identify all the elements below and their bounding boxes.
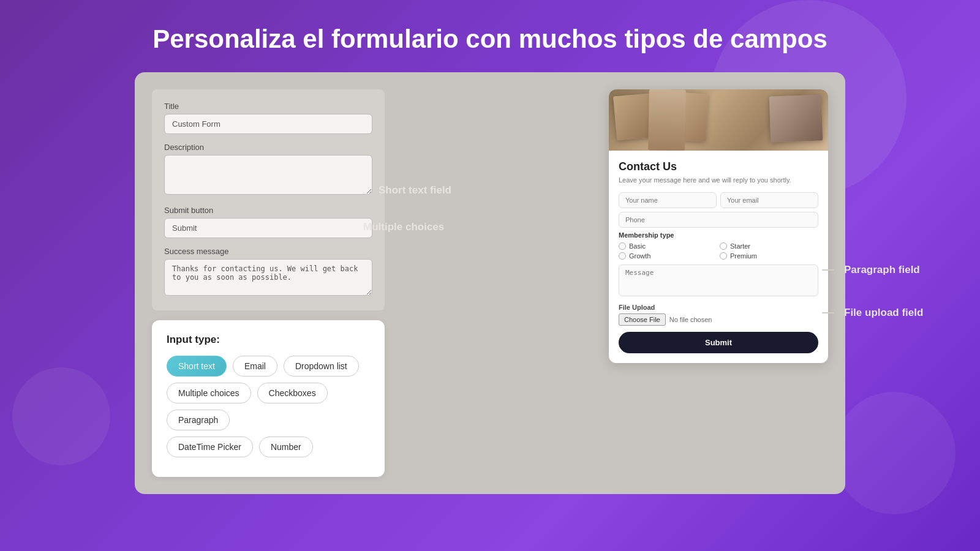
type-btn-datetime[interactable]: DateTime Picker — [167, 437, 253, 457]
radio-growth[interactable]: Growth — [619, 252, 717, 260]
left-panel: Title Description Submit button Success … — [152, 89, 385, 477]
message-textarea[interactable] — [619, 264, 818, 296]
radio-label-starter: Starter — [730, 242, 750, 250]
form-settings-panel: Title Description Submit button Success … — [152, 89, 385, 310]
input-type-box: Input type: Short text Email Dropdown li… — [152, 320, 385, 477]
annotation-short-text: Short text field — [379, 184, 451, 197]
right-panel-wrapper: Paragraph field File upload field Contac… — [609, 89, 828, 477]
radio-starter[interactable]: Starter — [720, 242, 818, 250]
contact-form-title: Contact Us — [619, 160, 818, 173]
type-buttons-row-3: DateTime Picker Number — [167, 437, 370, 457]
radio-label-growth: Growth — [629, 252, 650, 260]
line-paragraph — [822, 269, 834, 271]
type-btn-short-text[interactable]: Short text — [167, 356, 227, 377]
radio-basic[interactable]: Basic — [619, 242, 717, 250]
type-btn-email[interactable]: Email — [233, 356, 277, 377]
radio-circle-premium — [720, 252, 727, 260]
type-btn-number[interactable]: Number — [259, 437, 313, 457]
main-container: Title Description Submit button Success … — [135, 72, 845, 494]
center-area: Short text field Multiple choices — [397, 89, 597, 477]
success-message-label: Success message — [164, 247, 372, 256]
type-btn-dropdown[interactable]: Dropdown list — [284, 356, 359, 377]
annotation-file-upload-field: File upload field — [834, 307, 923, 319]
contact-form-body: Contact Us Leave your message here and w… — [609, 151, 828, 363]
no-file-text: No file chosen — [669, 316, 712, 323]
input-type-title: Input type: — [167, 334, 370, 346]
membership-label: Membership type — [619, 231, 818, 239]
radio-circle-growth — [619, 252, 626, 260]
contact-card-image — [609, 89, 828, 151]
radio-circle-starter — [720, 242, 727, 250]
description-label: Description — [164, 143, 372, 152]
submit-button[interactable]: Submit — [619, 332, 818, 353]
page-title: Personaliza el formulario con muchos tip… — [0, 0, 980, 72]
type-buttons-row-2: Multiple choices Checkboxes Paragraph — [167, 383, 370, 430]
membership-radio-grid: Basic Starter Growth Premium — [619, 242, 818, 260]
radio-label-basic: Basic — [629, 242, 646, 250]
submit-button-input[interactable] — [164, 218, 372, 238]
file-upload-label: File Upload — [619, 304, 818, 311]
line-file-upload — [822, 312, 834, 313]
radio-premium[interactable]: Premium — [720, 252, 818, 260]
photo-person — [648, 89, 686, 151]
contact-card: Contact Us Leave your message here and w… — [609, 89, 828, 363]
photo-collage — [609, 89, 828, 151]
file-upload-row: Choose File No file chosen — [619, 313, 818, 326]
type-buttons-row-1: Short text Email Dropdown list — [167, 356, 370, 377]
title-label: Title — [164, 102, 372, 111]
choose-file-button[interactable]: Choose File — [619, 313, 666, 326]
title-input[interactable] — [164, 114, 372, 134]
type-btn-multiple-choices[interactable]: Multiple choices — [167, 383, 251, 403]
description-textarea[interactable] — [164, 155, 372, 195]
submit-button-label: Submit button — [164, 206, 372, 215]
your-email-input[interactable] — [720, 192, 818, 208]
annotation-multiple-choices: Multiple choices — [363, 221, 444, 233]
type-btn-checkboxes[interactable]: Checkboxes — [257, 383, 328, 403]
contact-form-desc: Leave your message here and we will repl… — [619, 176, 818, 185]
annotation-paragraph-field: Paragraph field — [834, 264, 920, 276]
type-btn-paragraph[interactable]: Paragraph — [167, 410, 230, 430]
photo-3 — [769, 95, 823, 143]
your-name-input[interactable] — [619, 192, 717, 208]
phone-input[interactable] — [619, 212, 818, 228]
success-message-textarea[interactable]: Thanks for contacting us. We will get ba… — [164, 259, 372, 296]
radio-label-premium: Premium — [730, 252, 757, 260]
radio-circle-basic — [619, 242, 626, 250]
name-email-row — [619, 192, 818, 208]
